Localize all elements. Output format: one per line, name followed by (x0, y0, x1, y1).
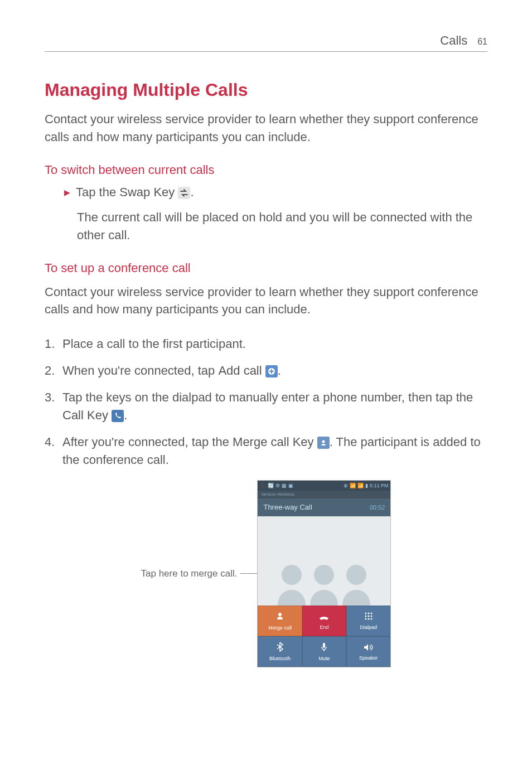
svg-point-8 (370, 612, 372, 614)
bluetooth-button[interactable]: Bluetooth (258, 636, 302, 667)
svg-point-2 (282, 565, 302, 585)
section-switch-heading: To switch between current calls (45, 163, 487, 177)
status-left-icons: 📞 🔄 ⚙ ▦ ▣ (260, 483, 293, 488)
avatar-area (258, 516, 390, 606)
swap-result: The current call will be placed on hold … (77, 209, 487, 244)
add-call-label: Add call (218, 364, 265, 377)
swap-instruction: ▶ Tap the Swap Key . (64, 185, 487, 200)
end-btn-icon (318, 612, 330, 623)
swap-key-label: Swap Key (119, 185, 178, 199)
svg-point-6 (365, 612, 366, 614)
step-2-pre: When you're connected, tap (62, 364, 218, 377)
battery-icon: ▮ (365, 483, 368, 488)
step-2: 2. When you're connected, tap Add call . (45, 362, 487, 380)
step-4-text: After you're connected, tap the Merge ca… (62, 433, 487, 469)
speaker-btn-label: Speaker (359, 655, 378, 661)
mute-button[interactable]: Mute (302, 636, 346, 667)
end-call-button[interactable]: End (302, 606, 346, 636)
svg-point-14 (370, 618, 372, 619)
svg-point-1 (322, 440, 325, 443)
gear-icon: ⚙ (275, 483, 280, 488)
status-right-icons: ⊕ 📶 📶 ▮ 5:11 PM (344, 483, 389, 488)
section-conference-heading: To set up a conference call (45, 261, 487, 275)
swap-instruction-text: Tap the Swap Key . (76, 185, 194, 200)
svg-point-13 (367, 618, 369, 619)
intro-paragraph: Contact your wireless service provider t… (45, 110, 487, 146)
svg-point-12 (365, 618, 366, 619)
signal-icon: 📶 (357, 483, 364, 488)
conference-steps: 1. Place a call to the first participant… (45, 335, 487, 468)
step-2-post: . (278, 364, 281, 377)
call-key-label: Call Key (62, 408, 112, 422)
camera-icon: ▣ (288, 483, 293, 488)
status-bar: 📞 🔄 ⚙ ▦ ▣ ⊕ 📶 📶 ▮ 5:11 PM (258, 481, 390, 491)
bullet-arrow-icon: ▶ (64, 188, 70, 197)
dialpad-btn-label: Dialpad (360, 624, 378, 630)
header-section-title: Calls (440, 33, 467, 48)
step-3-num: 3. (45, 389, 55, 406)
calendar-icon: ▦ (282, 483, 287, 488)
call-buttons: Merge call End Dialpad Bluetooth (258, 606, 390, 667)
merge-btn-label: Merge call (268, 625, 292, 631)
page-title: Managing Multiple Calls (45, 80, 487, 100)
phone-icon: 📞 (260, 483, 266, 488)
svg-point-7 (367, 612, 369, 614)
sync-icon: 🔄 (268, 483, 274, 488)
conference-intro: Contact your wireless service provider t… (45, 283, 487, 319)
step-2-text: When you're connected, tap Add call . (62, 362, 487, 380)
merge-key-icon (317, 437, 330, 449)
screenshot-area: Tap here to merge call. 📞 🔄 ⚙ ▦ ▣ ⊕ 📶 📶 … (45, 480, 487, 667)
dialpad-btn-icon (364, 612, 373, 623)
dialpad-button[interactable]: Dialpad (346, 606, 390, 636)
step-1-num: 1. (45, 335, 55, 353)
step-4-pre: After you're connected, tap the (62, 435, 233, 449)
merge-btn-icon (275, 611, 285, 624)
swap-suffix: . (190, 185, 194, 199)
step-4-num: 4. (45, 433, 55, 451)
bluetooth-btn-icon (277, 642, 283, 655)
step-3-pre: Tap the keys on the dialpad to manually … (62, 390, 473, 404)
step-4: 4. After you're connected, tap the Merge… (45, 433, 487, 469)
carrier-bar: Verizon Wireless (258, 491, 390, 498)
end-btn-label: End (320, 624, 328, 630)
call-key-icon (112, 410, 124, 422)
call-header: Three-way Call 00:52 (258, 498, 390, 516)
call-title: Three-way Call (263, 503, 312, 511)
svg-point-5 (278, 613, 282, 616)
speaker-button[interactable]: Speaker (346, 636, 390, 667)
svg-point-9 (365, 615, 366, 617)
callout-line (240, 573, 257, 574)
phone-screenshot: 📞 🔄 ⚙ ▦ ▣ ⊕ 📶 📶 ▮ 5:11 PM Verizon Wirele… (257, 480, 391, 667)
add-call-icon (265, 365, 278, 377)
step-1-text: Place a call to the first participant. (62, 335, 487, 353)
svg-point-3 (314, 565, 334, 585)
avatar-2 (304, 555, 344, 606)
swap-key-icon (178, 187, 190, 199)
mute-btn-icon (321, 642, 327, 655)
header-page-number: 61 (477, 37, 487, 47)
step-2-num: 2. (45, 362, 55, 380)
swap-prefix: Tap the (76, 185, 119, 199)
merge-key-label: Merge call Key (233, 435, 317, 449)
wifi-icon: 📶 (350, 483, 356, 488)
page-header: Calls 61 (45, 33, 487, 52)
bluetooth-btn-label: Bluetooth (269, 656, 291, 661)
gps-icon: ⊕ (344, 483, 348, 488)
svg-point-4 (346, 565, 366, 585)
mute-btn-label: Mute (318, 656, 330, 661)
speaker-btn-icon (364, 642, 374, 654)
step-3-post: . (124, 408, 127, 422)
svg-point-11 (370, 615, 372, 617)
step-1: 1. Place a call to the first participant… (45, 335, 487, 353)
svg-rect-15 (323, 643, 325, 648)
step-3: 3. Tap the keys on the dialpad to manual… (45, 389, 487, 424)
call-timer: 00:52 (370, 504, 385, 511)
step-3-text: Tap the keys on the dialpad to manually … (62, 389, 487, 424)
merge-callout-label: Tap here to merge call. (141, 568, 238, 579)
status-time: 5:11 PM (370, 483, 389, 488)
svg-point-10 (367, 615, 369, 617)
merge-call-button[interactable]: Merge call (258, 606, 302, 636)
